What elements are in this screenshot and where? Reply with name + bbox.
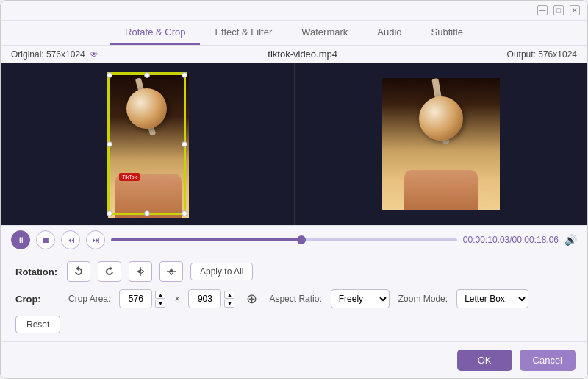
crosshair-icon: ⊕ xyxy=(246,291,257,307)
tabs-bar: Rotate & Crop Effect & Filter Watermark … xyxy=(1,21,587,46)
minimize-button[interactable]: — xyxy=(537,5,548,15)
width-down-button[interactable]: ▼ xyxy=(155,300,165,308)
filename-label: tiktok-video.mp4 xyxy=(98,49,507,60)
crop-area-label: Crop Area: xyxy=(68,294,110,304)
dimension-separator: × xyxy=(174,294,179,304)
time-display: 00:00:10.03/00:00:18.06 xyxy=(463,235,559,245)
hand-area-right xyxy=(404,170,478,210)
bottom-bar: OK Cancel xyxy=(1,341,587,378)
tab-subtitle[interactable]: Subtitle xyxy=(417,21,478,45)
volume-icon[interactable]: 🔊 xyxy=(564,234,577,246)
eye-icon[interactable]: 👁 xyxy=(90,49,98,60)
reset-row: Reset xyxy=(15,316,573,333)
maximize-button[interactable]: □ xyxy=(553,5,564,15)
title-bar: — □ ✕ xyxy=(1,1,587,21)
flip-h-button[interactable] xyxy=(129,261,152,282)
width-input-group: ▲ ▼ xyxy=(119,289,165,308)
zoom-mode-label: Zoom Mode: xyxy=(398,294,448,304)
video-content-left: TikTok xyxy=(108,74,189,218)
original-size-label: Original: 576x1024 xyxy=(11,49,85,60)
aspect-ratio-label: Aspect Ratio: xyxy=(269,294,321,304)
width-spinners: ▲ ▼ xyxy=(155,291,165,308)
controls-bar: ⏸ ⏹ ⏮ ⏭ 00:00:10.03/00:00:18.06 🔊 xyxy=(1,225,587,254)
video-area: TikTok xyxy=(1,63,587,225)
rotation-label: Rotation: xyxy=(15,266,60,277)
crop-preview: TikTok xyxy=(107,72,187,216)
play-pause-button[interactable]: ⏸ xyxy=(11,230,30,249)
ok-button[interactable]: OK xyxy=(457,350,512,371)
crop-label: Crop: xyxy=(15,294,60,305)
options-section: Rotation: Apply to All xyxy=(1,254,587,341)
zoom-mode-select[interactable]: Letter Box Pan & Scan Full xyxy=(456,289,528,308)
stop-button[interactable]: ⏹ xyxy=(36,230,55,249)
food-ball-right xyxy=(419,96,463,141)
next-button[interactable]: ⏭ xyxy=(86,230,105,249)
output-size-label: Output: 576x1024 xyxy=(507,49,577,60)
food-ball-left xyxy=(126,88,167,129)
crop-width-input[interactable] xyxy=(119,289,152,308)
width-up-button[interactable]: ▲ xyxy=(155,291,165,299)
tab-watermark[interactable]: Watermark xyxy=(287,21,362,45)
height-spinners: ▲ ▼ xyxy=(224,291,234,308)
total-time: 00:00:18.06 xyxy=(512,235,559,245)
video-preview-right xyxy=(295,63,588,225)
rotate-ccw-button[interactable] xyxy=(67,261,90,282)
crop-height-input[interactable] xyxy=(188,289,221,308)
progress-fill xyxy=(111,238,301,241)
height-input-group: ▲ ▼ xyxy=(188,289,234,308)
prev-button[interactable]: ⏮ xyxy=(61,230,80,249)
info-bar: Original: 576x1024 👁 tiktok-video.mp4 Ou… xyxy=(1,46,587,63)
tab-audio[interactable]: Audio xyxy=(362,21,416,45)
video-content-right xyxy=(382,78,500,210)
rotate-cw-button[interactable] xyxy=(98,261,121,282)
height-down-button[interactable]: ▼ xyxy=(224,300,234,308)
tiktok-badge: TikTok xyxy=(119,173,140,181)
reset-button[interactable]: Reset xyxy=(15,316,60,333)
progress-bar[interactable] xyxy=(111,238,457,241)
current-time: 00:00:10.03 xyxy=(463,235,509,245)
flip-v-button[interactable] xyxy=(159,261,183,282)
tab-effect-filter[interactable]: Effect & Filter xyxy=(200,21,287,45)
rotation-row: Rotation: Apply to All xyxy=(15,261,573,282)
aspect-ratio-select[interactable]: Freely 16:9 4:3 1:1 9:16 xyxy=(331,289,390,308)
apply-to-all-button[interactable]: Apply to All xyxy=(190,263,253,280)
cancel-button[interactable]: Cancel xyxy=(520,350,576,371)
video-preview-left: TikTok xyxy=(1,63,295,225)
tab-rotate-crop[interactable]: Rotate & Crop xyxy=(110,21,200,45)
height-up-button[interactable]: ▲ xyxy=(224,291,234,299)
close-button[interactable]: ✕ xyxy=(570,5,580,15)
progress-thumb[interactable] xyxy=(297,235,306,244)
crop-row: Crop: Crop Area: ▲ ▼ × ▲ ▼ ⊕ Aspect Rati… xyxy=(15,289,573,308)
